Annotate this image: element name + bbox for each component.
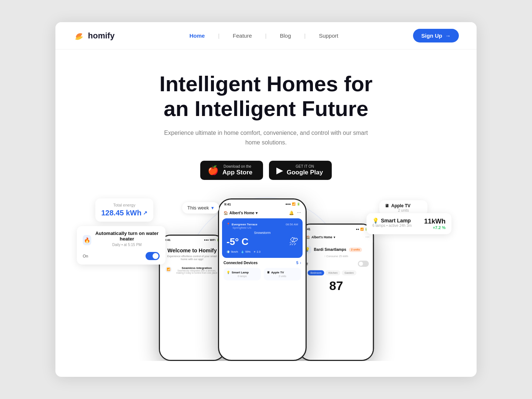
feature1-title: Seamless Integration (174, 266, 219, 269)
apple-icon: 🍎 (208, 165, 219, 175)
status-bar-right: 9:41 ●●📶🔋 (299, 224, 373, 232)
phone-right: 9:41 ●●📶🔋 ‹ 🏠 Albert's Home ▾ ⋯ (299, 224, 374, 361)
tv-icon2: 🖥 (267, 271, 270, 274)
store-buttons: 🍎 Download on the App Store ▶ GET IT ON … (73, 161, 459, 180)
app-store-button[interactable]: 🍎 Download on the App Store (200, 161, 263, 180)
auto-card: 🔥 Automatically turn on water heater Dai… (77, 226, 166, 265)
phone1-subtitle: Experience effortless control of your sm… (165, 255, 219, 260)
week-label: This week (187, 205, 209, 211)
phone2-header: 🏠 Albert's Home ▾ 🔔 ⋯ (219, 208, 306, 218)
phone3-device: 💡 Bardi Smartlamps 2 units ↑ Consume 25 … (299, 242, 373, 297)
hero-title: Intelligent Homes for an Intelligent Fut… (137, 72, 395, 121)
bell-icon[interactable]: 🔔 (289, 211, 294, 215)
energy-label: Total energy (101, 203, 147, 207)
logo-area: homify (73, 31, 115, 41)
google-play-icon: ▶ (276, 165, 283, 175)
phone-frame-center: 9:41 ●●●📶🔋 🏠 Albert's Home ▾ 🔔 (218, 198, 307, 361)
heater-icon: 🔥 (83, 235, 91, 245)
phone-frame-left: 9:41 ●●● WiFi 🔋 Welcome to Homify Experi… (159, 235, 225, 361)
appletv-sub: 2 units (385, 208, 422, 212)
appletv-title: 🖥 Apple TV (385, 203, 422, 208)
big-number: 87 (304, 279, 369, 293)
home-icon: 🏠 (224, 211, 228, 215)
phone1-content: Welcome to Homify Experience effortless … (160, 243, 225, 282)
lamp-icon: 💡 (372, 218, 379, 224)
nav-home[interactable]: Home (190, 33, 205, 39)
week-card: This week ▾ (182, 202, 219, 214)
phone2-devices: Connected Devices 5 › 💡 (219, 258, 306, 283)
device-card-tv: 🖥 Apple TV 2 units (264, 268, 301, 280)
humidity-icon: 💧 (241, 250, 244, 253)
tv-icon: 🖥 (385, 203, 389, 208)
phone1-title: Welcome to Homify (165, 248, 219, 253)
toggle-label: On (83, 254, 88, 258)
toggle-off[interactable] (358, 260, 369, 267)
phone-center: 9:41 ●●●📶🔋 🏠 Albert's Home ▾ 🔔 (218, 198, 307, 361)
google-play-button[interactable]: ▶ GET IT ON Google Play (269, 161, 332, 180)
logo-text: homify (88, 31, 115, 41)
lamp-card: 💡 Smart Lamp 6 lamps • active 24h 3m 11k… (366, 213, 451, 234)
nav-feature[interactable]: Feature (233, 33, 252, 39)
chevron-down-icon2: ▾ (256, 211, 258, 215)
auto-schedule: Daily • at 5:15 PM (94, 243, 160, 247)
nav-support[interactable]: Support (319, 33, 338, 39)
lamp-kwh: 11kWh (424, 218, 446, 225)
phone-left: 9:41 ●●● WiFi 🔋 Welcome to Homify Experi… (159, 235, 225, 361)
phones-section: Total energy 128.45 kWh ↗ This week ▾ 🔥 … (73, 198, 459, 361)
signup-button[interactable]: Sign Up → (413, 29, 459, 42)
energy-value: 128.45 kWh ↗ (101, 209, 147, 217)
tab-bedroom[interactable]: Bedroom (308, 270, 324, 275)
arrow-up-icon: ↗ (143, 210, 147, 216)
toggle-switch[interactable] (146, 252, 160, 260)
nav-links: Home | Feature | Blog | Support (190, 33, 338, 39)
lamp-title: 💡 Smart Lamp (372, 218, 412, 224)
logo-icon (73, 31, 85, 41)
status-bar-left: 9:41 ●●● WiFi 🔋 (160, 235, 225, 243)
phone2-weather: 📍 Evergreen Terrace Springfield US 08:56… (222, 218, 303, 258)
navbar: homify Home | Feature | Blog | Support S… (55, 22, 477, 50)
lamp-sub: 6 lamps • active 24h 3m (372, 224, 412, 228)
snow-icon: ⛈ (289, 236, 298, 247)
chevron-down-icon: ▾ (211, 205, 214, 211)
nav-blog[interactable]: Blog (280, 33, 291, 39)
hero-subtitle: Experience ultimate in home comfort, con… (163, 128, 369, 147)
status-bar-center: 9:41 ●●●📶🔋 (219, 200, 306, 208)
feature1-sub: Seamlessly integrates with a devices, ma… (174, 269, 219, 274)
phone1-feature: 📶 Seamless Integration Seamlessly integr… (165, 266, 219, 274)
home-icon3: 🏠 (306, 235, 310, 239)
wind-icon: 💨 (226, 250, 230, 253)
phone-screen-left: 9:41 ●●● WiFi 🔋 Welcome to Homify Experi… (160, 235, 225, 360)
sun-icon: ☀ (253, 250, 256, 253)
tab-kitchen[interactable]: Kitchen (326, 270, 341, 275)
device-card-lamp: 💡 Smart Lamp 6 lamps (224, 268, 261, 280)
hero-section: Intelligent Homes for an Intelligent Fut… (55, 50, 477, 361)
auto-title: Automatically turn on water heater (94, 231, 160, 242)
arrow-right-icon: → (445, 33, 451, 39)
more-icon[interactable]: ⋯ (297, 211, 301, 215)
phone3-header: ‹ 🏠 Albert's Home ▾ ⋯ (299, 232, 373, 242)
chevron3: ▾ (334, 235, 335, 239)
lamp-icon2: 💡 (226, 271, 230, 274)
phone3-tabs: Bedroom Kitchen Garden (304, 270, 369, 275)
tab-garden[interactable]: Garden (342, 270, 357, 275)
phone-frame-right: 9:41 ●●📶🔋 ‹ 🏠 Albert's Home ▾ ⋯ (299, 224, 374, 361)
lamp-percent: +7.2 % (424, 225, 446, 230)
wifi-icon: 📶 (165, 266, 172, 273)
phone-screen-right: 9:41 ●●📶🔋 ‹ 🏠 Albert's Home ▾ ⋯ (299, 224, 373, 359)
energy-card: Total energy 128.45 kWh ↗ (95, 198, 153, 222)
pin-icon: 📍 (226, 223, 230, 226)
more-icon3[interactable]: ⋯ (365, 235, 369, 239)
phone-screen-center: 9:41 ●●●📶🔋 🏠 Albert's Home ▾ 🔔 (219, 200, 306, 360)
page-wrapper: homify Home | Feature | Blog | Support S… (55, 22, 477, 377)
